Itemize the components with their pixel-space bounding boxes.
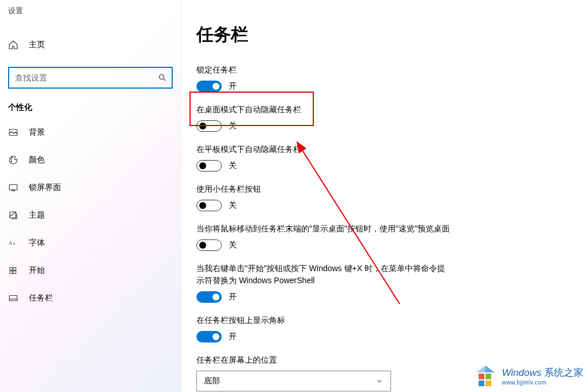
dropdown-taskbar-location[interactable]: 底部	[196, 371, 391, 391]
svg-line-1	[164, 79, 165, 81]
svg-rect-6	[9, 185, 17, 190]
setting-powershell: 当我右键单击"开始"按钮或按下 Windows 键+X 时，在菜单中将命令提示符…	[196, 262, 588, 303]
start-icon	[8, 265, 18, 276]
theme-icon	[8, 210, 18, 220]
setting-peek: 当你将鼠标移动到任务栏末端的"显示桌面"按钮时，使用"速览"预览桌面 关	[196, 223, 588, 251]
sidebar-item-label: 颜色	[29, 155, 45, 165]
svg-point-3	[11, 159, 12, 160]
toggle-lock-taskbar[interactable]	[196, 81, 222, 92]
svg-text:A: A	[13, 242, 16, 245]
search-box[interactable]	[8, 67, 173, 89]
palette-icon	[8, 155, 18, 165]
sidebar-item-themes[interactable]: 主题	[8, 201, 173, 229]
page-title: 任务栏	[196, 23, 588, 47]
taskbar-icon	[8, 293, 18, 303]
svg-rect-21	[479, 374, 484, 379]
sidebar-item-label: 锁屏界面	[29, 182, 61, 193]
watermark: Windows 系统之家 www.bjjmlv.com	[474, 364, 583, 387]
home-icon	[8, 40, 18, 50]
sidebar-item-label: 任务栏	[29, 293, 53, 303]
category-label: 个性化	[8, 102, 173, 113]
setting-badges: 在任务栏按钮上显示角标 开	[196, 314, 588, 342]
sidebar-item-fonts[interactable]: A A 字体	[8, 229, 173, 257]
watermark-logo-icon	[474, 364, 497, 387]
home-label: 主页	[29, 40, 45, 50]
setting-lock-taskbar: 锁定任务栏 开	[196, 64, 588, 92]
toggle-peek[interactable]	[196, 239, 222, 251]
svg-marker-20	[476, 366, 485, 372]
window-title: 设置	[0, 0, 181, 16]
sidebar-item-label: 字体	[29, 238, 45, 248]
content-area: 任务栏 锁定任务栏 开 在桌面模式下自动隐藏任务栏 关 在平板模式下自动隐藏任务…	[181, 0, 588, 392]
toggle-powershell[interactable]	[196, 291, 222, 303]
search-input[interactable]	[14, 73, 158, 83]
svg-rect-24	[485, 380, 491, 386]
sidebar-item-label: 主题	[29, 210, 45, 220]
dropdown-value: 底部	[204, 376, 220, 386]
search-icon	[158, 73, 167, 82]
svg-marker-19	[485, 366, 495, 372]
setting-autohide-tablet: 在平板模式下自动隐藏任务栏 关	[196, 143, 588, 172]
sidebar-item-taskbar[interactable]: 任务栏	[8, 284, 173, 312]
sidebar-item-colors[interactable]: 颜色	[8, 146, 173, 174]
font-icon: A A	[8, 238, 18, 248]
svg-rect-13	[10, 271, 13, 274]
svg-rect-22	[485, 374, 491, 379]
toggle-autohide-tablet[interactable]	[196, 160, 222, 172]
annotation-highlight-box	[189, 92, 314, 126]
chevron-down-icon	[375, 377, 384, 385]
svg-rect-7	[12, 190, 15, 191]
sidebar-item-lockscreen[interactable]: 锁屏界面	[8, 174, 173, 201]
svg-rect-11	[10, 268, 13, 271]
sidebar-item-label: 背景	[29, 127, 45, 138]
setting-small-buttons: 使用小任务栏按钮 关	[196, 183, 588, 211]
svg-rect-15	[9, 296, 17, 301]
toggle-small-buttons[interactable]	[196, 200, 222, 211]
home-nav[interactable]: 主页	[8, 33, 173, 56]
image-icon	[8, 127, 18, 138]
sidebar-nav: 背景 颜色	[8, 119, 173, 312]
svg-point-4	[12, 157, 13, 158]
svg-text:A: A	[9, 240, 13, 246]
svg-point-5	[11, 161, 12, 162]
sidebar-item-start[interactable]: 开始	[8, 257, 173, 284]
svg-rect-14	[13, 271, 16, 274]
watermark-url: www.bjjmlv.com	[502, 379, 583, 386]
watermark-brand: Windows 系统之家	[502, 367, 583, 378]
svg-point-0	[160, 75, 164, 79]
svg-rect-12	[13, 268, 16, 271]
sidebar-item-background[interactable]: 背景	[8, 119, 173, 146]
svg-rect-23	[479, 380, 484, 386]
toggle-badges[interactable]	[196, 331, 222, 342]
lockscreen-icon	[8, 182, 18, 193]
sidebar-item-label: 开始	[29, 265, 45, 276]
sidebar: 设置 主页 个性化	[0, 0, 181, 392]
